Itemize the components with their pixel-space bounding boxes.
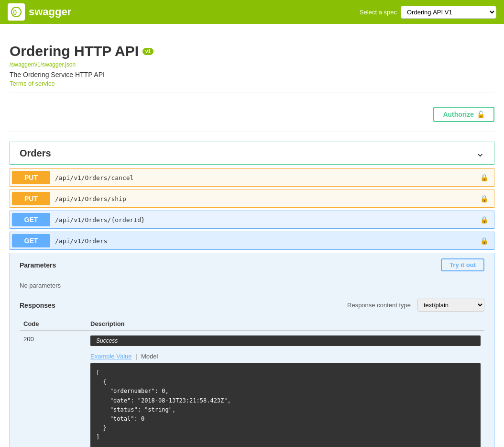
method-badge-get-orderid: GET bbox=[12, 213, 50, 226]
api-version-badge: v1 bbox=[142, 48, 153, 55]
top-bar: {} swagger Select a spec Ordering.API V1 bbox=[0, 0, 504, 24]
params-title: Parameters bbox=[20, 261, 56, 269]
col-header-code: Code bbox=[20, 317, 87, 331]
code-sample-200: [ { "ordernumber": 0, "date": "2018-08-1… bbox=[90, 363, 481, 447]
no-params-text: No parameters bbox=[10, 277, 494, 294]
responses-title: Responses bbox=[20, 302, 55, 309]
endpoint-path-ship: /api/v1/Orders/ship bbox=[53, 191, 480, 206]
lock-icon-cancel: 🔒 bbox=[480, 174, 488, 181]
response-row-200: 200 Success Example Value | Model [ { "o… bbox=[20, 331, 484, 447]
model-tab[interactable]: Model bbox=[141, 353, 158, 360]
swagger-logo-text: swagger bbox=[29, 6, 71, 18]
api-title: Ordering HTTP API v1 bbox=[10, 43, 494, 59]
endpoint-path-orders: /api/v1/Orders bbox=[53, 234, 480, 248]
orders-section-title: Orders bbox=[20, 148, 51, 159]
endpoint-get-orderid[interactable]: GET /api/v1/Orders/{orderId} 🔒 bbox=[10, 211, 494, 229]
api-spec-link[interactable]: /swagger/v1/swagger.json bbox=[10, 61, 494, 68]
api-title-text: Ordering HTTP API bbox=[10, 43, 139, 59]
authorize-button[interactable]: Authorize 🔓 bbox=[433, 107, 494, 122]
swagger-logo: {} swagger bbox=[8, 3, 71, 21]
get-orders-content: Parameters Try it out No parameters Resp… bbox=[10, 253, 494, 447]
response-desc-200: Success Example Value | Model [ { "order… bbox=[87, 331, 484, 447]
main-content: Ordering HTTP API v1 /swagger/v1/swagger… bbox=[0, 24, 504, 447]
method-badge-get-orders: GET bbox=[12, 234, 50, 247]
authorize-btn-label: Authorize bbox=[443, 111, 474, 118]
lock-icon: 🔓 bbox=[477, 111, 485, 118]
lock-icon-ship: 🔒 bbox=[480, 195, 488, 202]
response-content-type-select[interactable]: text/plain application/json bbox=[417, 299, 484, 312]
lock-icon-orders: 🔒 bbox=[480, 237, 488, 245]
endpoint-path-orderid: /api/v1/Orders/{orderId} bbox=[53, 212, 480, 227]
spec-selector: Select a spec Ordering.API V1 bbox=[360, 6, 496, 19]
example-value-tab[interactable]: Example Value bbox=[90, 353, 131, 360]
terms-of-service-link[interactable]: Terms of service bbox=[10, 80, 55, 87]
orders-chevron-icon: ⌄ bbox=[476, 147, 484, 159]
lock-icon-orderid: 🔒 bbox=[480, 216, 488, 224]
endpoint-put-ship[interactable]: PUT /api/v1/Orders/ship 🔒 bbox=[10, 190, 494, 208]
col-header-description: Description bbox=[87, 317, 484, 331]
responses-table: Code Description 200 Success Example Val… bbox=[20, 317, 484, 447]
orders-header[interactable]: Orders ⌄ bbox=[10, 142, 494, 165]
api-description: The Ordering Service HTTP API bbox=[10, 71, 494, 78]
api-title-block: Ordering HTTP API v1 /swagger/v1/swagger… bbox=[10, 34, 494, 92]
responses-section: Responses Response content type text/pla… bbox=[10, 294, 494, 447]
endpoint-get-orders[interactable]: GET /api/v1/Orders 🔒 bbox=[10, 232, 494, 250]
example-tabs-200: Example Value | Model bbox=[90, 353, 481, 360]
spec-selector-label: Select a spec bbox=[360, 9, 397, 16]
responses-header: Responses Response content type text/pla… bbox=[20, 294, 484, 312]
endpoint-path-cancel: /api/v1/Orders/cancel bbox=[53, 170, 480, 185]
params-section-header: Parameters Try it out bbox=[10, 253, 494, 277]
try-it-out-button[interactable]: Try it out bbox=[441, 258, 484, 271]
method-badge-put: PUT bbox=[12, 171, 50, 184]
response-content-type-label: Response content type bbox=[347, 302, 411, 309]
method-badge-put-ship: PUT bbox=[12, 192, 50, 205]
svg-text:{}: {} bbox=[13, 9, 17, 15]
response-code-200: 200 bbox=[23, 335, 34, 343]
orders-section: Orders ⌄ PUT /api/v1/Orders/cancel 🔒 PUT… bbox=[10, 142, 494, 447]
swagger-logo-icon: {} bbox=[8, 3, 25, 21]
endpoint-put-cancel[interactable]: PUT /api/v1/Orders/cancel 🔒 bbox=[10, 168, 494, 187]
response-content-type-control: Response content type text/plain applica… bbox=[347, 299, 484, 312]
authorize-section: Authorize 🔓 bbox=[10, 97, 494, 132]
spec-select[interactable]: Ordering.API V1 bbox=[401, 6, 496, 19]
response-badge-success: Success bbox=[90, 335, 481, 346]
